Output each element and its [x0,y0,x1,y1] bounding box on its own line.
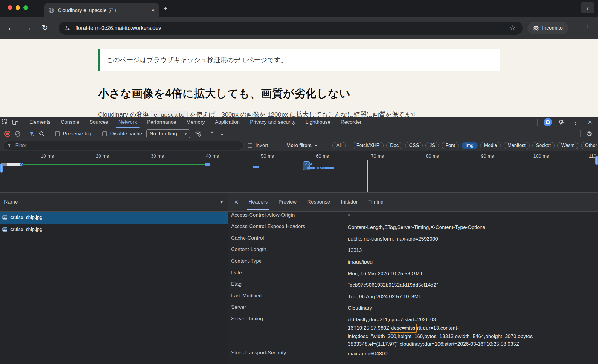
devtools-tab-sources[interactable]: Sources [84,117,113,128]
timeline-gridline [441,151,441,192]
new-tab-button[interactable]: + [163,5,168,12]
detail-tab-preview[interactable]: Preview [273,193,302,211]
browser-tab[interactable]: Cloudinary e_upscale デモ × [44,3,159,17]
disable-cache-label[interactable]: Disable cache [110,131,142,137]
devtools-tab-privacy-and-security[interactable]: Privacy and security [245,117,300,128]
filter-chip-doc[interactable]: Doc [386,142,402,149]
filter-chip-js[interactable]: JS [425,142,439,149]
export-har-icon[interactable] [217,129,227,138]
network-overview-timeline[interactable]: 10 ms20 ms30 ms40 ms50 ms60 ms70 ms80 ms… [0,151,598,193]
filter-chip-all[interactable]: All [332,142,346,149]
import-har-icon[interactable] [207,129,217,138]
filter-chip-font[interactable]: Font [442,142,459,149]
reload-button[interactable]: ↻ [42,23,48,32]
header-value: Mon, 16 Mar 2026 10:25:58 GMT [348,270,593,278]
back-button[interactable]: ← [7,23,14,32]
filter-chip-socket[interactable]: Socket [532,142,555,149]
timeline-right-handle[interactable] [595,156,598,165]
devtools-tab-memory[interactable]: Memory [181,117,210,128]
waterfall-bar[interactable] [7,163,20,166]
waterfall-bar[interactable] [20,163,23,166]
filter-chip-other[interactable]: Other [581,142,598,149]
timeline-left-handle[interactable] [0,164,3,173]
waterfall-bar[interactable] [307,167,315,169]
detail-tab-initiator[interactable]: Initiator [335,193,363,211]
browser-menu-icon[interactable]: ⋮ [584,23,591,32]
maximize-window-button[interactable] [23,5,28,10]
filter-funnel-icon[interactable] [27,129,37,138]
header-name: Access-Control-Allow-Origin [231,212,345,218]
detail-tab-timing[interactable]: Timing [363,193,389,211]
devtools-tab-elements[interactable]: Elements [24,117,56,128]
more-filters-button[interactable]: More filters ▾ [286,143,317,149]
clear-network-log-icon[interactable] [13,129,23,138]
detail-tab-headers[interactable]: Headers [243,193,273,211]
devtools-tab-application[interactable]: Application [210,117,245,128]
webpage-viewport: このページはブラウザキャッシュ検証用のデモページです。 小さな画像を4倍に拡大し… [0,39,598,117]
filter-chip-manifest[interactable]: Manifest [504,142,529,149]
header-name: Etag [231,281,345,287]
filter-chip-media[interactable]: Media [480,142,501,149]
url-bar[interactable]: floral-term-0c26.mai-ito.workers.dev ☆ [59,22,523,35]
devtools-tab-performance[interactable]: Performance [142,117,181,128]
inspect-element-icon[interactable] [0,118,10,127]
bookmark-star-icon[interactable]: ☆ [509,24,515,32]
close-window-button[interactable] [8,5,12,10]
divider [580,130,581,137]
header-value-text: rtt;dur=13,content- [417,325,459,331]
devtools-menu-icon[interactable]: ⋮ [570,118,581,127]
waterfall-bar[interactable] [253,166,259,168]
search-icon[interactable] [37,129,47,138]
throttling-select[interactable]: No throttling ▾ [146,129,190,138]
header-value-text: 16T10:25:57.980Z [348,325,389,331]
network-settings-gear-icon[interactable] [584,129,594,138]
waterfall-bar[interactable] [322,167,325,169]
detail-close-icon[interactable]: × [234,198,238,206]
filter-chip-img[interactable]: Img [462,142,478,149]
waterfall-bar[interactable] [23,164,205,165]
devtools-tab-network[interactable]: Network [113,117,142,128]
devtools-tab-console[interactable]: Console [56,117,84,128]
network-conditions-icon[interactable] [193,129,203,138]
waterfall-bar[interactable] [325,167,334,169]
minimize-window-button[interactable] [16,5,20,10]
timeline-gridline [551,151,551,192]
preserve-log-label[interactable]: Preserve log [63,131,91,137]
devtools-ai-assistance-icon[interactable] [544,118,552,126]
forward-button[interactable]: → [25,23,32,32]
filter-chip-fetch-xhr[interactable]: Fetch/XHR [353,142,384,149]
filter-chip-wasm[interactable]: Wasm [557,142,579,149]
preserve-log-checkbox[interactable] [55,131,60,136]
filter-chip-css[interactable]: CSS [405,142,423,149]
timeline-gridline [276,151,276,192]
device-toolbar-icon[interactable] [10,118,20,127]
waterfall-bar[interactable] [205,163,210,166]
header-value: Content-Length,ETag,Server-Timing,X-Cont… [348,224,593,231]
waterfall-bar[interactable] [317,167,319,169]
invert-checkbox[interactable] [248,143,252,148]
filter-field[interactable] [3,141,244,150]
request-row[interactable]: cruise_ship.jpg [0,212,228,224]
header-value: 13313 [348,247,593,254]
record-network-log-icon[interactable] [2,129,13,138]
devtools-tab-recorder[interactable]: Recorder [335,117,367,128]
site-settings-icon[interactable] [65,25,71,31]
tab-close-icon[interactable]: × [151,7,155,14]
invert-filter[interactable]: Invert [248,143,268,149]
panel-divider[interactable] [228,193,228,364]
requests-column-header[interactable]: Name ▼ [0,193,228,212]
filter-input[interactable] [14,142,240,149]
settings-gear-icon[interactable] [556,118,566,127]
divider [281,142,281,149]
waterfall-bar[interactable] [320,167,322,169]
tab-search-chevron-icon[interactable]: ∨ [581,2,594,13]
devtools-tab-lighthouse[interactable]: Lighthouse [300,117,335,128]
devtools-close-icon[interactable]: × [585,118,595,127]
incognito-icon [533,25,539,31]
disable-cache-checkbox[interactable] [102,131,107,136]
waterfall-bar[interactable] [305,163,312,165]
url-text[interactable]: floral-term-0c26.mai-ito.workers.dev [75,25,509,31]
divider [205,130,205,137]
detail-tab-response[interactable]: Response [302,193,336,211]
request-row[interactable]: cruise_ship.jpg [0,224,228,235]
